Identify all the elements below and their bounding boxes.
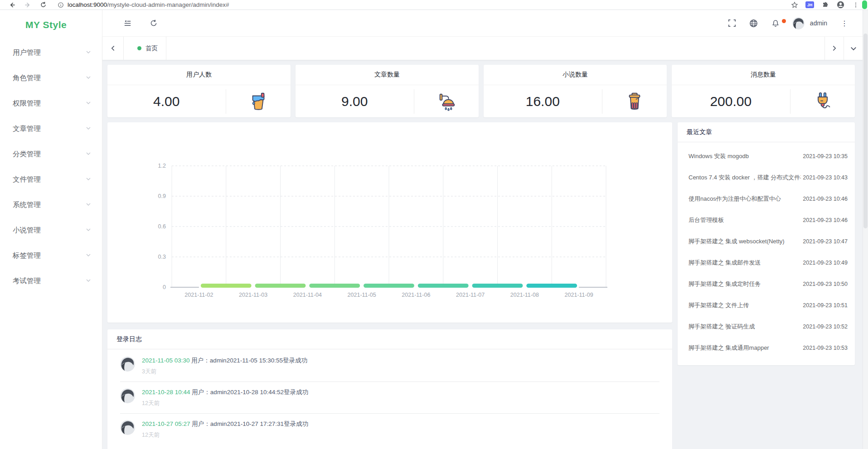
address-bar[interactable]: localhost:9000/mystyle-cloud-admin-manag… xyxy=(56,0,787,10)
language-globe-icon[interactable] xyxy=(749,18,759,28)
login-log-title: 登录日志 xyxy=(107,329,672,349)
article-list-item[interactable]: 脚手架搭建之 集成定时任务 2021-09-23 10:50 xyxy=(678,273,855,295)
page-scrollbar-thumb[interactable] xyxy=(863,34,868,228)
sidebar-item-exam-mgmt[interactable]: 考试管理 xyxy=(0,268,102,294)
article-time: 2021-09-23 10:46 xyxy=(803,196,848,202)
log-relative-time: 3天前 xyxy=(142,368,307,376)
main-area: admin ⋮ 首页 xyxy=(102,10,863,449)
stat-card-messages: 消息数量 200.00 xyxy=(672,65,855,117)
article-time: 2021-09-23 10:49 xyxy=(803,260,848,266)
refresh-page-icon[interactable] xyxy=(149,18,159,28)
article-list-item[interactable]: 脚手架搭建之 集成通用mapper 2021-09-23 10:53 xyxy=(678,337,855,358)
svg-text:2021-11-05: 2021-11-05 xyxy=(348,292,376,298)
bar-segment xyxy=(255,284,306,288)
extension-jh-badge[interactable]: JH xyxy=(805,1,814,8)
article-list-item[interactable]: Centos 7.4 安装 docker ，搭建 分布式文件存储系统 2021-… xyxy=(678,167,855,188)
article-title: 脚手架搭建之 验证码生成 xyxy=(689,323,801,331)
articles-chart[interactable]: 00.30.60.91.22021-11-022021-11-032021-11… xyxy=(107,130,672,312)
sidebar-item-novel-mgmt[interactable]: 小说管理 xyxy=(0,217,102,243)
log-relative-time: 12天前 xyxy=(142,431,308,439)
stat-card-value: 9.00 xyxy=(296,94,414,109)
login-log-item: 2021-11-05 03:30 用户：admin2021-11-05 15:3… xyxy=(120,350,659,382)
bookmark-star-icon[interactable] xyxy=(790,0,799,10)
article-time: 2021-09-23 10:50 xyxy=(803,281,848,287)
article-list-item[interactable]: 脚手架搭建之 集成邮件发送 2021-09-23 10:49 xyxy=(678,252,855,273)
article-list-item[interactable]: 使用nacos作为注册中心和配置中心 2021-09-23 10:46 xyxy=(678,188,855,209)
page-scrollbar[interactable] xyxy=(863,10,868,449)
sidebar-item-role-mgmt[interactable]: 角色管理 xyxy=(0,65,102,91)
article-time: 2021-09-23 10:43 xyxy=(803,174,848,181)
article-list-item[interactable]: 脚手架搭建之 验证码生成 2021-09-23 10:52 xyxy=(678,316,855,337)
chevron-down-icon xyxy=(86,125,91,133)
browser-menu-dots-icon[interactable] xyxy=(851,0,860,10)
article-title: 后台管理模板 xyxy=(689,216,801,224)
article-list-item[interactable]: 脚手架搭建之 集成 websocket(Netty) 2021-09-23 10… xyxy=(678,231,855,252)
extensions-puzzle-icon[interactable] xyxy=(820,0,829,10)
log-message: 用户：admin2021-10-27 17:27:31登录成功 xyxy=(192,420,308,427)
recent-articles-panel: 最近文章 Windows 安装 mogodb 2021-09-23 10:35 … xyxy=(678,122,855,365)
article-title: 脚手架搭建之 集成邮件发送 xyxy=(689,259,801,267)
chevron-down-icon xyxy=(86,175,91,183)
svg-text:2021-11-06: 2021-11-06 xyxy=(402,292,430,298)
chevron-down-icon xyxy=(86,251,91,260)
header-more-menu-icon[interactable]: ⋮ xyxy=(839,19,850,28)
log-timestamp: 2021-10-27 05:27 xyxy=(142,420,190,427)
page-scrollbar-thumb-green[interactable] xyxy=(862,0,867,9)
log-message: 用户：admin2021-10-28 10:44:52登录成功 xyxy=(192,389,308,396)
bar-segment xyxy=(364,284,414,288)
sidebar-item-article-mgmt[interactable]: 文章管理 xyxy=(0,116,102,141)
avatar xyxy=(120,357,135,372)
svg-text:1.2: 1.2 xyxy=(158,163,166,169)
tabs-scroll-left-button[interactable] xyxy=(102,37,124,60)
svg-text:2021-11-09: 2021-11-09 xyxy=(565,292,593,298)
stat-card-title: 用户人数 xyxy=(107,65,291,85)
collapse-sidebar-icon[interactable] xyxy=(122,18,132,28)
recent-articles-title: 最近文章 xyxy=(678,122,855,142)
notifications-bell-icon[interactable] xyxy=(771,18,781,28)
stat-cards-row: 用户人数 4.00 xyxy=(107,65,855,117)
browser-reload-icon[interactable] xyxy=(39,0,48,10)
sidebar-item-permission-mgmt[interactable]: 权限管理 xyxy=(0,91,102,116)
app-window: MY Style 用户管理 角色管理 权限管理 文章管理 分类管理 xyxy=(0,10,863,449)
browser-back-icon[interactable] xyxy=(8,0,17,10)
stat-card-title: 文章数量 xyxy=(296,65,479,85)
log-relative-time: 12天前 xyxy=(142,400,308,407)
svg-text:0.3: 0.3 xyxy=(158,254,166,260)
chevron-down-icon xyxy=(86,226,91,234)
article-list-item[interactable]: 脚手架搭建之 文件上传 2021-09-23 10:51 xyxy=(678,295,855,316)
log-timestamp: 2021-10-28 10:44 xyxy=(142,389,190,396)
svg-text:0: 0 xyxy=(163,284,166,290)
tab-home[interactable]: 首页 xyxy=(129,37,166,60)
stat-card-value: 16.00 xyxy=(484,94,602,109)
sidebar-item-file-mgmt[interactable]: 文件管理 xyxy=(0,167,102,192)
articles-chart-card: 00.30.60.91.22021-11-022021-11-032021-11… xyxy=(107,122,672,323)
login-log-item: 2021-10-28 10:44 用户：admin2021-10-28 10:4… xyxy=(120,382,659,414)
log-message: 用户：admin2021-11-05 15:30:55登录成功 xyxy=(191,357,307,364)
article-time: 2021-09-23 10:47 xyxy=(803,238,848,245)
article-list-item[interactable]: Windows 安装 mogodb 2021-09-23 10:35 xyxy=(678,145,855,167)
sidebar-item-category-mgmt[interactable]: 分类管理 xyxy=(0,141,102,167)
tabs-dropdown-button[interactable] xyxy=(844,37,863,60)
user-avatar[interactable] xyxy=(792,17,805,29)
article-time: 2021-09-23 10:52 xyxy=(803,323,848,330)
log-timestamp: 2021-11-05 03:30 xyxy=(142,357,190,364)
notification-dot xyxy=(782,19,786,23)
browser-forward-icon[interactable] xyxy=(23,0,32,10)
fullscreen-icon[interactable] xyxy=(727,18,737,28)
bar-segment xyxy=(309,284,360,288)
trash-icon xyxy=(602,91,667,112)
url-text[interactable]: localhost:9000/mystyle-cloud-admin-manag… xyxy=(68,1,229,8)
browser-profile-icon[interactable] xyxy=(836,0,845,10)
article-list-item[interactable]: 后台管理模板 2021-09-23 10:46 xyxy=(678,209,855,231)
site-info-icon[interactable] xyxy=(56,0,65,10)
sidebar-item-tag-mgmt[interactable]: 标签管理 xyxy=(0,243,102,268)
username-label[interactable]: admin xyxy=(810,19,827,27)
sidebar-item-system-mgmt[interactable]: 系统管理 xyxy=(0,192,102,217)
sidebar-item-user-mgmt[interactable]: 用户管理 xyxy=(0,40,102,65)
stat-card-value: 200.00 xyxy=(672,94,790,109)
bar-segment xyxy=(418,284,469,288)
stat-card-novels: 小说数量 16.00 xyxy=(484,65,667,117)
article-time: 2021-09-23 10:46 xyxy=(803,217,848,223)
tabs-scroll-right-button[interactable] xyxy=(824,37,844,60)
tab-bar: 首页 xyxy=(102,37,863,60)
